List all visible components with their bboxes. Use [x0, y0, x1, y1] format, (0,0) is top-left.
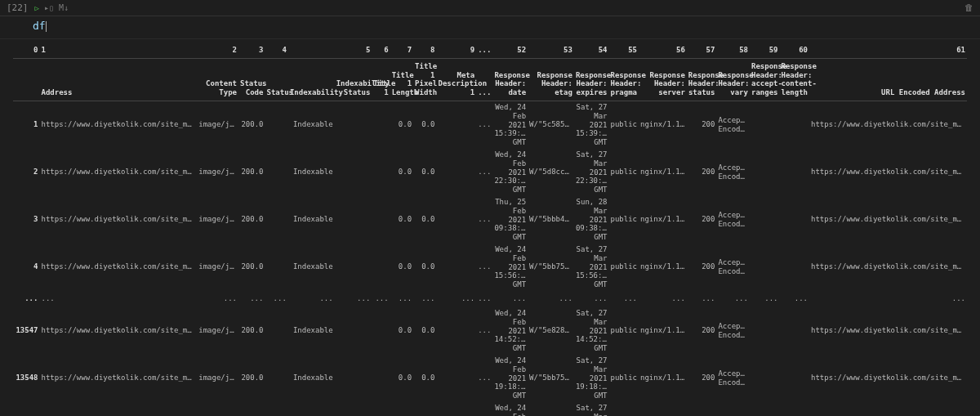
cell-ctype: image/jpeg	[197, 307, 238, 355]
col-num: 60	[780, 42, 810, 58]
cell-istat	[335, 196, 372, 244]
cell-date: Wed, 24 Feb 2021 15:12:28 GMT	[492, 402, 528, 416]
col-num: 8	[413, 42, 436, 58]
cell-date: Wed, 24 Feb 2021 15:39:34 GMT	[492, 101, 528, 148]
table-row: ........................................…	[13, 291, 967, 307]
cell-arange	[750, 244, 780, 291]
cell-scode: 200.0	[238, 244, 265, 291]
cell-index: Indexable	[288, 307, 335, 355]
col-header: Response Header: vary	[716, 58, 750, 101]
cell-idx: 2	[13, 149, 39, 196]
col-header: URL Encoded Address	[809, 58, 967, 101]
cell-title	[372, 402, 390, 416]
cell-server: nginx/1.17.8	[639, 355, 687, 402]
cell-urlenc: https://www.diyetkolik.com/site_media/me…	[809, 149, 967, 196]
col-header: Response Header: content-length	[780, 58, 810, 101]
cell-address: https://www.diyetkolik.com/site_media/me…	[39, 402, 197, 416]
col-header	[13, 58, 39, 101]
cell-address: https://www.diyetkolik.com/site_media/me…	[39, 307, 197, 355]
cell-ctype: image/jpeg	[197, 355, 238, 402]
cell-header: [22] ▷ ▸▯ M↓ 🗑	[0, 0, 980, 16]
cell-tpw: 0.0	[413, 307, 436, 355]
col-num: 57	[687, 42, 717, 58]
ellipsis-cell: ...	[528, 291, 574, 307]
col-header: Indexability	[288, 58, 335, 101]
table-row: 13547https://www.diyetkolik.com/site_med…	[13, 307, 967, 355]
ellipsis-cell: ...	[809, 291, 967, 307]
col-header: Address	[39, 58, 197, 101]
cell-vary: Accept-Encoding	[716, 196, 750, 244]
col-num: 4	[265, 42, 287, 58]
cell-meta	[436, 402, 476, 416]
cell-scode: 200.0	[238, 196, 265, 244]
col-num: 7	[390, 42, 413, 58]
cell-idx: 13547	[13, 307, 39, 355]
dataframe-table: 0123456789...52535455565758596061 Addres…	[13, 42, 967, 416]
cell-expires: Sat, 27 Mar 2021 14:52:30 GMT	[574, 307, 609, 355]
cell-address: https://www.diyetkolik.com/site_media/me…	[39, 196, 197, 244]
cell-istat	[335, 402, 372, 416]
cell-tlen: 0.0	[390, 101, 413, 148]
table-row: 2https://www.diyetkolik.com/site_media/m…	[13, 149, 967, 196]
col-header: Response Header: expires	[574, 58, 609, 101]
cell-meta	[436, 355, 476, 402]
cell-date: Wed, 24 Feb 2021 19:18:56 GMT	[492, 355, 528, 402]
cell-index: Indexable	[288, 244, 335, 291]
cell-etag: W/"5e828745-c877e"	[528, 307, 574, 355]
cell-meta	[436, 149, 476, 196]
cell-server: nginx/1.17.8	[639, 307, 687, 355]
cell-status	[265, 307, 287, 355]
cell-ctype: image/jpeg	[197, 244, 238, 291]
ellipsis-cell: ...	[780, 291, 810, 307]
cell-title	[372, 101, 390, 148]
cell-ctype: image/jpeg	[197, 149, 238, 196]
col-num: 5	[335, 42, 372, 58]
cell-urlenc: https://www.diyetkolik.com/site_media/me…	[809, 307, 967, 355]
col-num	[288, 42, 335, 58]
cell-expires: Sat, 27 Mar 2021 15:39:34 GMT	[574, 101, 609, 148]
cell-istat	[335, 244, 372, 291]
table-body: 1https://www.diyetkolik.com/site_media/m…	[13, 101, 967, 416]
code-cell[interactable]: df	[0, 16, 980, 39]
run-below-icon[interactable]: ▸▯	[44, 3, 54, 12]
cell-h3: ...	[476, 355, 492, 402]
cell-tlen: 0.0	[390, 402, 413, 416]
col-num: 6	[372, 42, 390, 58]
markdown-toggle[interactable]: M↓	[59, 3, 69, 12]
cell-etag: W/"5bbb49f8-d349"	[528, 196, 574, 244]
cell-title	[372, 355, 390, 402]
cell-idx: 3	[13, 196, 39, 244]
cell-arange	[750, 307, 780, 355]
cell-tlen: 0.0	[390, 244, 413, 291]
cell-clen	[780, 355, 810, 402]
table-row: 3https://www.diyetkolik.com/site_media/m…	[13, 196, 967, 244]
cell-vary: Accept-Encoding	[716, 149, 750, 196]
ellipsis-cell: ...	[265, 291, 287, 307]
table-row: 1https://www.diyetkolik.com/site_media/m…	[13, 101, 967, 148]
cell-arange	[750, 101, 780, 148]
cell-pragma: public	[608, 101, 639, 148]
col-header: Response Header: etag	[528, 58, 574, 101]
ellipsis-cell: ...	[335, 291, 372, 307]
col-num: 59	[750, 42, 780, 58]
cell-istat	[335, 101, 372, 148]
cell-istat	[335, 149, 372, 196]
col-num: 61	[809, 42, 967, 58]
cell-h3: ...	[476, 244, 492, 291]
cell-urlenc: https://www.diyetkolik.com/site_media/me…	[809, 402, 967, 416]
cell-date: Wed, 24 Feb 2021 14:52:30 GMT	[492, 307, 528, 355]
cell-title	[372, 307, 390, 355]
cell-vary: Accept-Encoding	[716, 244, 750, 291]
cell-h3: ...	[476, 196, 492, 244]
col-header: Meta Description 1	[436, 58, 476, 101]
cell-index: Indexable	[288, 149, 335, 196]
cell-hstat: 200	[687, 149, 717, 196]
cell-hstat: 200	[687, 196, 717, 244]
trash-icon[interactable]: 🗑	[964, 2, 973, 13]
run-icon[interactable]: ▷	[35, 4, 39, 12]
prompt-number: [22]	[7, 2, 29, 13]
cell-clen	[780, 307, 810, 355]
cell-status	[265, 101, 287, 148]
cell-status	[265, 244, 287, 291]
ellipsis-cell: ...	[716, 291, 750, 307]
